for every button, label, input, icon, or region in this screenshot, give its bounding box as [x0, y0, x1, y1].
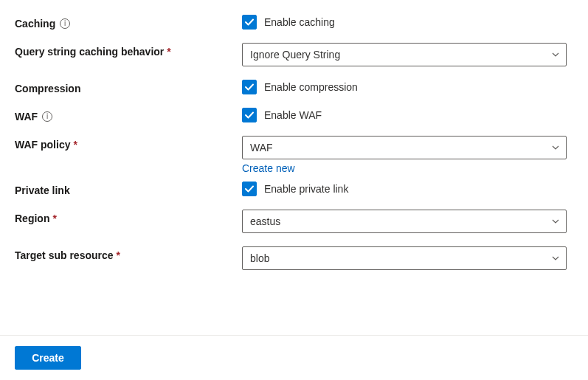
compression-checkbox-label: Enable compression	[264, 81, 358, 93]
private-link-label-text: Private link	[15, 184, 70, 196]
waf-checkbox-label: Enable WAF	[264, 109, 322, 121]
query-string-label-text: Query string caching behavior	[15, 46, 164, 58]
waf-checkbox[interactable]	[242, 108, 257, 122]
private-link-checkbox[interactable]	[242, 182, 257, 196]
info-icon[interactable]: i	[42, 111, 52, 122]
info-icon[interactable]: i	[60, 18, 70, 29]
caching-label-text: Caching	[15, 18, 55, 30]
chevron-down-icon	[551, 50, 560, 59]
required-asterisk: *	[73, 139, 77, 151]
waf-policy-label-text: WAF policy	[15, 139, 70, 151]
required-asterisk: *	[52, 213, 56, 224]
caching-checkbox[interactable]	[242, 15, 257, 30]
caching-checkbox-label: Enable caching	[264, 16, 335, 28]
query-string-label: Query string caching behavior *	[15, 43, 242, 58]
target-sub-value: blob	[250, 252, 269, 264]
region-label: Region *	[15, 210, 242, 224]
footer-bar: Create	[0, 335, 588, 380]
region-label-text: Region	[15, 213, 49, 224]
region-value: eastus	[250, 215, 280, 227]
chevron-down-icon	[551, 143, 560, 152]
query-string-value: Ignore Query String	[250, 49, 340, 61]
waf-label-text: WAF	[15, 111, 38, 122]
compression-checkbox[interactable]	[242, 80, 257, 94]
required-asterisk: *	[117, 249, 120, 261]
target-sub-label: Target sub resource *	[15, 246, 242, 261]
create-new-link[interactable]: Create new	[242, 162, 295, 174]
waf-policy-dropdown[interactable]: WAF	[242, 136, 567, 159]
create-button[interactable]: Create	[15, 346, 81, 370]
query-string-dropdown[interactable]: Ignore Query String	[242, 43, 567, 66]
waf-label: WAF i	[15, 108, 242, 122]
private-link-label: Private link	[15, 182, 242, 196]
target-sub-label-text: Target sub resource	[15, 249, 114, 261]
region-dropdown[interactable]: eastus	[242, 210, 567, 233]
waf-policy-label: WAF policy *	[15, 136, 242, 151]
compression-label-text: Compression	[15, 83, 80, 94]
target-sub-dropdown[interactable]: blob	[242, 246, 567, 270]
chevron-down-icon	[551, 254, 560, 263]
compression-label: Compression	[15, 80, 242, 94]
chevron-down-icon	[551, 217, 560, 226]
private-link-checkbox-label: Enable private link	[264, 183, 348, 195]
required-asterisk: *	[167, 46, 170, 58]
waf-policy-value: WAF	[250, 142, 273, 153]
caching-label: Caching i	[15, 15, 242, 30]
